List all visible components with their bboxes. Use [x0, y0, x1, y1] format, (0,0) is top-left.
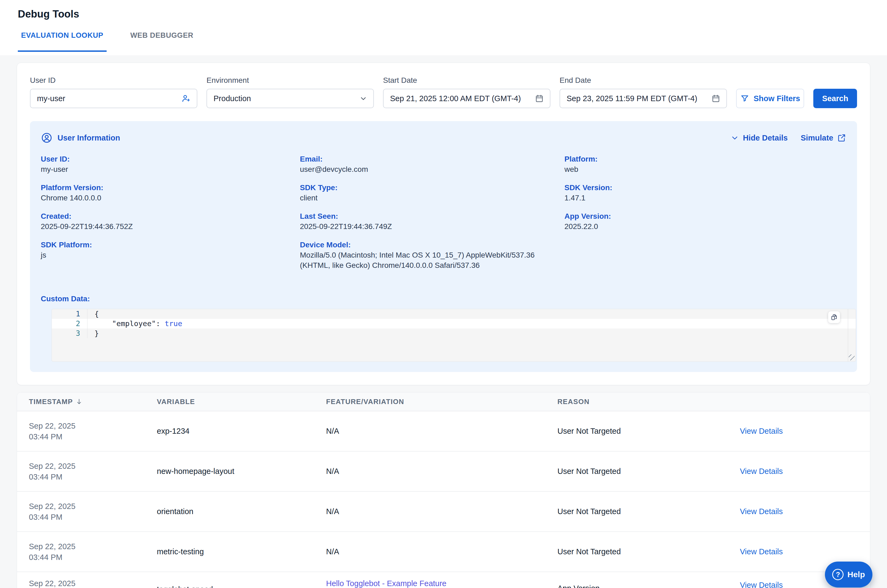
end-date-value: Sep 23, 2025 11:59 PM EDT (GMT-4): [567, 94, 708, 103]
variable-cell: metric-testing: [157, 547, 326, 556]
user-circle-icon: [41, 132, 53, 144]
simulate-label: Simulate: [801, 134, 833, 142]
simulate-button[interactable]: Simulate: [801, 133, 846, 142]
variable-cell: togglebot-speed: [157, 572, 326, 588]
reason-cell: App Version: [558, 572, 740, 588]
start-date-field-group: Start Date Sep 21, 2025 12:00 AM EDT (GM…: [383, 76, 550, 108]
timestamp-cell: Sep 22, 202503:44 PM: [29, 572, 157, 588]
info-field-device-model: Device Model: Mozilla/5.0 (Macintosh; In…: [300, 240, 564, 270]
column-header-feature-variation[interactable]: FEATURE/VARIATION: [326, 398, 558, 406]
table-row: Sep 22, 202503:44 PM metric-testing N/A …: [17, 532, 870, 572]
view-details-link[interactable]: View Details: [740, 427, 870, 436]
feature-cell: N/A: [326, 547, 558, 556]
help-label: Help: [847, 570, 865, 579]
show-filters-label: Show Filters: [754, 94, 800, 103]
user-id-input-text[interactable]: [37, 94, 177, 103]
filter-funnel-icon: [740, 94, 749, 103]
reason-cell: User Not Targeted: [558, 427, 740, 436]
chevron-down-icon: [731, 134, 739, 142]
info-field-user-id: User ID: my-user: [41, 154, 300, 174]
tab-web-debugger[interactable]: WEB DEBUGGER: [127, 31, 197, 52]
tab-bar: EVALUATION LOOKUP WEB DEBUGGER: [18, 31, 887, 52]
table-row: Sep 22, 202503:44 PM exp-1234 N/A User N…: [17, 411, 870, 452]
user-id-field-group: User ID: [30, 76, 197, 108]
table-row: Sep 22, 202503:44 PM togglebot-speed Hel…: [17, 572, 870, 588]
resize-handle[interactable]: [849, 354, 855, 360]
info-field-created: Created: 2025-09-22T19:44:36.752Z: [41, 211, 300, 232]
page-header: Debug Tools EVALUATION LOOKUP WEB DEBUGG…: [0, 0, 887, 55]
user-information-header: User Information Hide Details Simulate: [41, 132, 846, 144]
environment-select[interactable]: Production: [206, 89, 374, 108]
user-information-title: User Information: [57, 134, 120, 142]
timestamp-cell: Sep 22, 202503:44 PM: [29, 541, 157, 562]
start-date-label: Start Date: [383, 76, 550, 85]
hide-details-label: Hide Details: [743, 134, 788, 142]
column-header-timestamp[interactable]: TIMESTAMP: [29, 398, 157, 406]
user-add-icon[interactable]: [181, 94, 191, 103]
environment-label: Environment: [206, 76, 374, 85]
feature-cell: N/A: [326, 467, 558, 476]
main-content: User ID Environment Production: [0, 55, 887, 588]
sort-descending-icon[interactable]: [75, 398, 83, 405]
tab-evaluation-lookup[interactable]: EVALUATION LOOKUP: [18, 31, 107, 52]
calendar-icon[interactable]: [535, 94, 544, 103]
feature-cell: N/A: [326, 427, 558, 436]
hide-details-button[interactable]: Hide Details: [731, 134, 788, 142]
filter-row: User ID Environment Production: [30, 76, 857, 108]
search-button-label: Search: [822, 94, 848, 103]
copy-icon: [830, 313, 838, 321]
reason-cell: User Not Targeted: [558, 467, 740, 476]
timestamp-cell: Sep 22, 202503:44 PM: [29, 461, 157, 482]
copy-button[interactable]: [828, 311, 840, 323]
end-date-label: End Date: [559, 76, 727, 85]
start-date-input[interactable]: Sep 21, 2025 12:00 AM EDT (GMT-4): [383, 89, 550, 108]
info-field-app-version: App Version: 2025.22.0: [564, 211, 846, 232]
feature-link[interactable]: Hello Togglebot - Example Feature: [326, 572, 558, 588]
code-line-3: 3 }: [52, 328, 856, 338]
evaluations-table: TIMESTAMP VARIABLE FEATURE/VARIATION REA…: [17, 392, 870, 588]
end-date-input[interactable]: Sep 23, 2025 11:59 PM EDT (GMT-4): [559, 89, 727, 108]
code-line-2: 2 "employee": true: [52, 319, 856, 328]
reason-cell: User Not Targeted: [558, 507, 740, 516]
external-link-icon: [837, 133, 846, 142]
chevron-down-icon: [359, 94, 367, 102]
column-header-variable[interactable]: VARIABLE: [157, 398, 326, 406]
page-title: Debug Tools: [0, 0, 887, 20]
table-row: Sep 22, 202503:44 PM new-homepage-layout…: [17, 452, 870, 492]
question-mark-icon: ?: [832, 569, 843, 580]
info-field-sdk-platform: SDK Platform: js: [41, 240, 300, 260]
view-details-link[interactable]: View Details: [740, 507, 870, 516]
column-header-reason[interactable]: REASON: [558, 398, 740, 406]
custom-data-editor[interactable]: 1 { 2 "employee": true 3 }: [51, 309, 856, 362]
view-details-link[interactable]: View Details: [740, 467, 870, 476]
variable-cell: new-homepage-layout: [157, 467, 326, 476]
info-field-last-seen: Last Seen: 2025-09-22T19:44:36.749Z: [300, 211, 564, 232]
view-details-link[interactable]: View Details: [740, 547, 870, 556]
end-date-field-group: End Date Sep 23, 2025 11:59 PM EDT (GMT-…: [559, 76, 727, 108]
show-filters-button[interactable]: Show Filters: [736, 89, 804, 108]
user-id-input[interactable]: [30, 89, 197, 108]
code-line-1: 1 {: [52, 309, 856, 319]
timestamp-cell: Sep 22, 202503:44 PM: [29, 501, 157, 522]
calendar-icon[interactable]: [711, 94, 720, 103]
info-field-sdk-type: SDK Type: client: [300, 183, 564, 203]
table-header-row: TIMESTAMP VARIABLE FEATURE/VARIATION REA…: [17, 393, 870, 411]
user-information-panel: User Information Hide Details Simulate: [30, 121, 857, 372]
start-date-value: Sep 21, 2025 12:00 AM EDT (GMT-4): [390, 94, 531, 103]
info-field-sdk-version: SDK Version: 1.47.1: [564, 183, 846, 203]
timestamp-cell: Sep 22, 202503:44 PM: [29, 420, 157, 442]
info-field-platform: Platform: web: [564, 154, 846, 174]
json-key: "employee":: [112, 320, 160, 328]
evaluation-lookup-card: User ID Environment Production: [17, 63, 870, 385]
table-row: Sep 22, 202503:44 PM orientation N/A Use…: [17, 492, 870, 532]
search-button[interactable]: Search: [813, 89, 857, 108]
custom-data-label: Custom Data:: [41, 294, 846, 304]
variable-cell: exp-1234: [157, 427, 326, 436]
info-field-email: Email: user@devcycle.com: [300, 154, 564, 174]
info-field-platform-version: Platform Version: Chrome 140.0.0.0: [41, 183, 300, 203]
reason-cell: User Not Targeted: [558, 547, 740, 556]
user-info-grid: User ID: my-user Platform Version: Chrom…: [41, 154, 846, 279]
help-button[interactable]: ? Help: [825, 562, 872, 588]
environment-field-group: Environment Production: [206, 76, 374, 108]
json-value: true: [165, 320, 182, 328]
